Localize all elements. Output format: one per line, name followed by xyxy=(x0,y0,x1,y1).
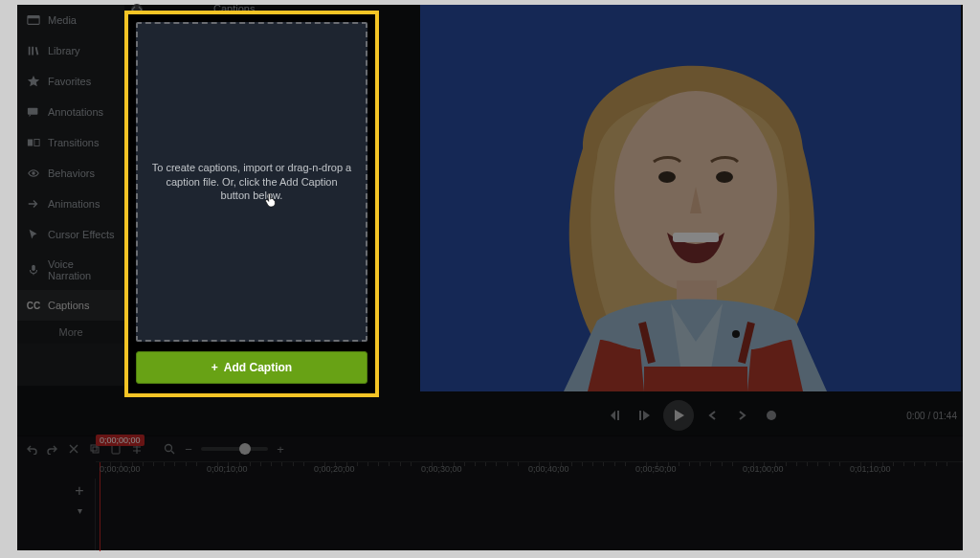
sidebar: Media Library Favorites Annotations Tran… xyxy=(17,5,124,386)
drop-zone-text: To create captions, import or drag-n-dro… xyxy=(138,161,366,204)
svg-rect-3 xyxy=(28,140,33,146)
svg-rect-6 xyxy=(32,265,35,271)
time-total: 01:44 xyxy=(933,411,957,421)
playhead-timecode: 0;00;00;00 xyxy=(96,435,145,446)
svg-rect-16 xyxy=(617,411,619,420)
svg-rect-14 xyxy=(644,367,747,391)
svg-rect-4 xyxy=(34,140,39,146)
svg-point-22 xyxy=(166,445,172,452)
ruler-tick: 0;00;20;00 xyxy=(314,464,355,474)
caption-drop-zone[interactable]: To create captions, import or drag-n-dro… xyxy=(136,22,368,342)
collapse-track-button[interactable]: ▾ xyxy=(78,505,82,516)
ruler-tick: 0;00;40;00 xyxy=(528,464,569,474)
ruler-tick: 0;00;50;00 xyxy=(635,464,677,474)
step-back-button[interactable] xyxy=(635,406,654,425)
annotations-icon xyxy=(27,105,40,119)
media-icon xyxy=(27,13,40,27)
svg-rect-17 xyxy=(639,411,641,420)
timeline-tracks[interactable]: + ▾ xyxy=(17,479,963,550)
sidebar-item-label: Animations xyxy=(48,198,100,210)
sidebar-more-label: More xyxy=(58,326,82,338)
timeline: − + 0;00;00;00 0;00;00;000;00;10;000;00;… xyxy=(17,435,963,550)
sidebar-item-transitions[interactable]: Transitions xyxy=(17,127,124,158)
add-caption-label: Add Caption xyxy=(224,361,292,374)
svg-rect-19 xyxy=(93,447,99,453)
next-marker-button[interactable] xyxy=(732,406,751,425)
star-icon xyxy=(27,75,40,88)
ruler-tick: 0;00;00;00 xyxy=(100,464,141,474)
time-current: 0:00 xyxy=(906,411,924,421)
zoom-in-button[interactable]: + xyxy=(274,442,287,456)
svg-rect-2 xyxy=(28,108,38,115)
cut-button[interactable] xyxy=(67,442,80,456)
zoom-out-button[interactable]: − xyxy=(182,442,195,456)
svg-point-5 xyxy=(32,171,35,175)
redo-button[interactable] xyxy=(46,442,59,456)
svg-point-15 xyxy=(732,330,740,338)
svg-rect-20 xyxy=(112,445,120,454)
play-button[interactable] xyxy=(663,400,694,431)
sidebar-item-label: Media xyxy=(48,14,77,26)
timeline-toolbar: − + xyxy=(17,436,963,461)
svg-point-10 xyxy=(658,171,676,183)
undo-button[interactable] xyxy=(25,442,38,456)
video-preview[interactable] xyxy=(420,5,961,391)
sidebar-item-annotations[interactable]: Annotations xyxy=(17,97,124,127)
zoom-slider[interactable] xyxy=(201,447,268,451)
ruler-tick: 0;01;10;00 xyxy=(850,464,891,474)
ruler-tick: 0;00;10;00 xyxy=(207,464,248,474)
prev-frame-button[interactable] xyxy=(606,406,625,425)
svg-rect-12 xyxy=(673,233,719,242)
player-time: 0:00 / 01:44 xyxy=(906,411,957,421)
sidebar-item-captions[interactable]: CC Captions xyxy=(17,290,124,321)
app-root: Media Library Favorites Annotations Tran… xyxy=(17,5,963,550)
sidebar-item-label: Annotations xyxy=(48,106,103,118)
ruler-tick: 0;01;00;00 xyxy=(743,464,784,474)
behaviors-icon xyxy=(27,167,40,180)
sidebar-item-behaviors[interactable]: Behaviors xyxy=(17,158,124,189)
sidebar-item-cursor-effects[interactable]: Cursor Effects xyxy=(17,219,124,250)
cc-icon: CC xyxy=(27,299,40,312)
cursor-icon xyxy=(27,228,40,241)
sidebar-item-media[interactable]: Media xyxy=(17,5,124,35)
sidebar-item-label: Captions xyxy=(48,300,89,311)
zoom-search-icon xyxy=(163,442,176,456)
timeline-zoom: − + xyxy=(163,442,287,456)
prev-marker-button[interactable] xyxy=(703,406,723,425)
track-controls: + ▾ xyxy=(67,482,92,516)
sidebar-item-animations[interactable]: Animations xyxy=(17,189,124,219)
svg-rect-18 xyxy=(91,445,97,451)
svg-rect-1 xyxy=(28,16,39,19)
transitions-icon xyxy=(27,136,40,149)
svg-point-11 xyxy=(716,171,733,183)
ruler-tick: 0;00;30;00 xyxy=(421,464,462,474)
sidebar-item-label: Transitions xyxy=(48,137,99,148)
player-controls: 0:00 / 01:44 xyxy=(420,399,961,432)
sidebar-item-label: Voice Narration xyxy=(48,258,117,281)
library-icon xyxy=(27,44,40,57)
sidebar-more[interactable]: More xyxy=(17,321,124,344)
sidebar-item-favorites[interactable]: Favorites xyxy=(17,66,124,97)
add-caption-button[interactable]: + Add Caption xyxy=(136,351,368,384)
record-indicator xyxy=(767,411,776,420)
sidebar-item-label: Favorites xyxy=(48,76,91,87)
sidebar-item-label: Behaviors xyxy=(48,167,95,179)
captions-panel: To create captions, import or drag-n-dro… xyxy=(124,11,379,397)
timeline-ruler[interactable]: 0;00;00;000;00;10;000;00;20;000;00;30;00… xyxy=(96,461,963,479)
add-track-button[interactable]: + xyxy=(75,482,83,500)
sidebar-item-library[interactable]: Library xyxy=(17,35,124,66)
sidebar-item-label: Cursor Effects xyxy=(48,229,115,240)
animations-icon xyxy=(27,197,40,211)
plus-icon: + xyxy=(212,361,218,374)
mic-icon xyxy=(27,263,40,277)
sidebar-item-voice-narration[interactable]: Voice Narration xyxy=(17,250,124,290)
sidebar-item-label: Library xyxy=(48,45,80,56)
